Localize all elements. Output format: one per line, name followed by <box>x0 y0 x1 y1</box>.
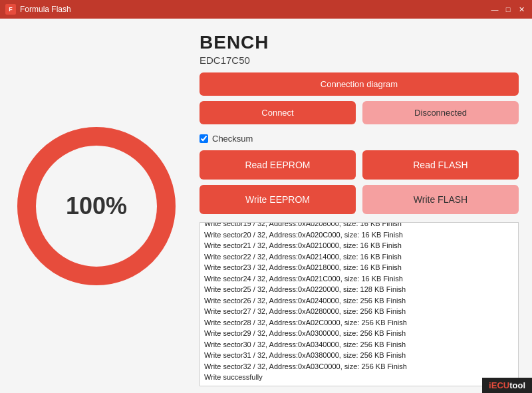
log-area[interactable]: Write sector13 / 32, Address:0xA0100000,… <box>200 222 519 386</box>
title-bar-controls[interactable]: — □ ✕ <box>489 4 527 15</box>
connection-diagram-row: Connection diagram <box>200 72 519 96</box>
connect-button[interactable]: Connect <box>200 101 356 124</box>
read-flash-button[interactable]: Read FLASH <box>362 150 519 180</box>
app-icon: F <box>5 4 16 15</box>
title-bar-left: F Formula Flash <box>5 4 71 15</box>
maximize-button[interactable]: □ <box>503 4 513 15</box>
checksum-label: Checksum <box>212 134 253 144</box>
app-title: Formula Flash <box>20 5 71 14</box>
progress-label: 100% <box>66 192 127 220</box>
left-panel: 100% <box>0 19 193 393</box>
checksum-row: Checksum <box>200 134 519 144</box>
read-row: Read EEPROM Read FLASH <box>200 150 519 180</box>
checksum-checkbox[interactable] <box>200 134 208 143</box>
read-eeprom-button[interactable]: Read EEPROM <box>200 150 356 180</box>
title-bar: F Formula Flash — □ ✕ <box>0 0 532 19</box>
disconnected-button[interactable]: Disconnected <box>362 101 519 124</box>
bench-header: BENCH EDC17C50 <box>200 32 519 66</box>
main-content: 100% BENCH EDC17C50 Connection diagram C… <box>0 19 532 393</box>
bench-subtitle: EDC17C50 <box>200 55 519 66</box>
branding: iECUtool <box>482 378 532 393</box>
brand-tool: tool <box>509 380 525 390</box>
right-panel: BENCH EDC17C50 Connection diagram Connec… <box>193 19 532 393</box>
write-flash-button[interactable]: Write FLASH <box>362 185 519 214</box>
connect-row: Connect Disconnected <box>200 101 519 124</box>
close-button[interactable]: ✕ <box>516 4 527 15</box>
write-eeprom-button[interactable]: Write EEPROM <box>200 185 356 214</box>
progress-circle: 100% <box>17 126 176 286</box>
brand-ieu: iECU <box>489 380 509 390</box>
minimize-button[interactable]: — <box>489 4 500 15</box>
progress-percent: 100% <box>66 192 127 219</box>
connection-diagram-button[interactable]: Connection diagram <box>200 72 519 96</box>
bench-title: BENCH <box>200 32 519 53</box>
write-row: Write EEPROM Write FLASH <box>200 185 519 214</box>
